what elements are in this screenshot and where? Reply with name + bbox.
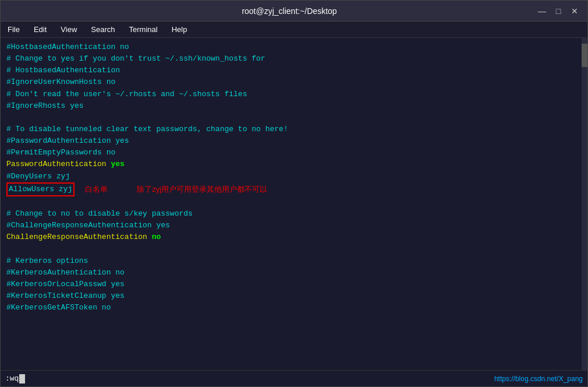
close-button[interactable]: ✕ [569, 6, 580, 16]
list-item: #ChallengeResponseAuthentication yes [6, 220, 582, 231]
list-item [6, 243, 582, 255]
menu-file[interactable]: File [5, 24, 22, 35]
window-controls: — □ ✕ [536, 6, 580, 16]
list-item [6, 196, 582, 208]
allow-users-code: AllowUsers zyj [6, 182, 75, 196]
list-item: # Change to yes if you don't trust ~/.ss… [6, 53, 582, 65]
list-item: # Change to no to disable s/key password… [6, 208, 582, 220]
allow-users-line: AllowUsers zyj 白名单 除了zyj用户可用登录其他用户都不可以 [6, 182, 582, 196]
terminal-content[interactable]: #HostbasedAuthentication no # Change to … [1, 38, 587, 370]
menu-edit[interactable]: Edit [31, 24, 49, 35]
menu-help[interactable]: Help [169, 24, 190, 35]
list-item [6, 112, 582, 124]
menu-terminal[interactable]: Terminal [127, 24, 160, 35]
maximize-button[interactable]: □ [552, 6, 564, 16]
vim-command: :wq [5, 374, 25, 384]
whitelist-label: 白名单 [85, 184, 108, 195]
titlebar: root@zyj_client:~/Desktop — □ ✕ [1, 1, 587, 22]
menubar: File Edit View Search Terminal Help [1, 22, 587, 38]
list-item: PasswordAuthentication yes [6, 159, 582, 170]
list-item: #IgnoreUserKnownHosts no [6, 76, 582, 88]
list-item: #KerberosTicketCleanup yes [6, 290, 582, 302]
list-item: #KerberosGetAFSToken no [6, 302, 582, 314]
statusbar: :wq https://blog.csdn.net/X_pang [1, 370, 587, 386]
list-item: ChallengeResponseAuthentication no [6, 231, 582, 243]
list-item: #KerberosOrLocalPasswd yes [6, 279, 582, 290]
whitelist-annotation: 除了zyj用户可用登录其他用户都不可以 [137, 184, 267, 195]
list-item: #DenyUsers zyj [6, 171, 582, 182]
terminal-window: root@zyj_client:~/Desktop — □ ✕ File Edi… [0, 0, 588, 387]
window-title: root@zyj_client:~/Desktop [42, 6, 536, 16]
list-item: #PasswordAuthentication yes [6, 135, 582, 147]
list-item: # Kerberos options [6, 255, 582, 267]
minimize-button[interactable]: — [536, 6, 548, 16]
blog-url: https://blog.csdn.net/X_pang [494, 375, 583, 383]
list-item: #HostbasedAuthentication no [6, 41, 582, 53]
list-item: # HostbasedAuthentication [6, 65, 582, 76]
scrollbar[interactable] [582, 38, 587, 370]
cursor [19, 374, 25, 384]
list-item: #PermitEmptyPasswords no [6, 147, 582, 159]
vim-command-text: :wq [5, 374, 19, 383]
scrollbar-thumb[interactable] [582, 44, 587, 67]
list-item: # To disable tunneled clear text passwor… [6, 124, 582, 135]
list-item: AllowUsers zyj [6, 182, 75, 196]
list-item: # Don't read the user's ~/.rhosts and ~/… [6, 89, 582, 100]
list-item: #IgnoreRhosts yes [6, 100, 582, 112]
menu-view[interactable]: View [58, 24, 79, 35]
menu-search[interactable]: Search [88, 24, 117, 35]
list-item: #KerberosAuthentication no [6, 267, 582, 279]
